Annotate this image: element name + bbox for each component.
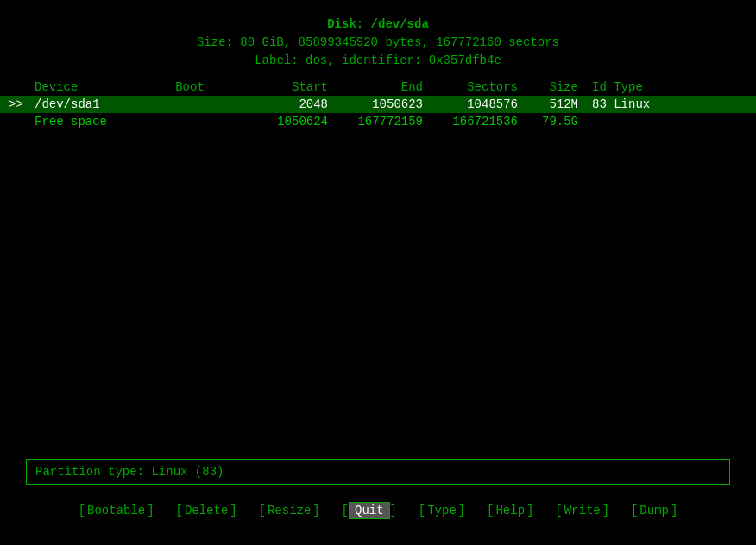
row-end: 167772159 [328, 115, 423, 128]
disk-size-line: Size: 80 GiB, 85899345920 bytes, 1677721… [0, 34, 756, 52]
disk-title: Disk: /dev/sda [0, 16, 756, 34]
btn-bootable[interactable]: [ Bootable ] [79, 504, 154, 517]
col-start-header: Start [233, 80, 328, 94]
btn-resize[interactable]: [ Resize ] [259, 504, 320, 517]
row-end: 1050623 [328, 97, 423, 111]
row-id-type [578, 115, 665, 128]
row-size: 512M [518, 97, 578, 111]
btn-quit[interactable]: [ Quit ] [342, 502, 397, 519]
row-device: Free space [35, 115, 147, 128]
col-device-header: Device [35, 80, 147, 94]
col-sectors-header: Sectors [423, 80, 518, 94]
table-row[interactable]: Free space 1050624 167772159 166721536 7… [0, 113, 756, 130]
table-row[interactable]: >> /dev/sda1 2048 1050623 1048576 512M 8… [0, 96, 756, 113]
row-sectors: 1048576 [423, 97, 518, 111]
row-arrow [9, 115, 35, 128]
row-arrow: >> [9, 97, 35, 111]
table-section: Device Boot Start End Sectors Size Id Ty… [0, 78, 756, 130]
col-arrow-header [9, 80, 35, 94]
row-boot [147, 115, 233, 128]
main-container: Disk: /dev/sda Size: 80 GiB, 85899345920… [0, 0, 756, 545]
row-device: /dev/sda1 [35, 97, 147, 111]
table-header: Device Boot Start End Sectors Size Id Ty… [0, 78, 756, 96]
status-bar: Partition type: Linux (83) [26, 459, 730, 485]
btn-dump[interactable]: [ Dump ] [631, 504, 677, 517]
header-section: Disk: /dev/sda Size: 80 GiB, 85899345920… [0, 0, 756, 70]
btn-delete[interactable]: [ Delete ] [175, 504, 236, 517]
btn-type[interactable]: [ Type ] [419, 504, 465, 517]
row-boot [147, 97, 233, 111]
row-start: 1050624 [233, 115, 328, 128]
col-end-header: End [328, 80, 423, 94]
btn-write[interactable]: [ Write ] [555, 504, 609, 517]
row-sectors: 166721536 [423, 115, 518, 128]
button-bar: [ Bootable ] [ Delete ] [ Resize ] [ Qui… [0, 502, 756, 519]
row-start: 2048 [233, 97, 328, 111]
col-boot-header: Boot [147, 80, 233, 94]
disk-label-line: Label: dos, identifier: 0x357dfb4e [0, 52, 756, 70]
col-size-header: Size [518, 80, 578, 94]
row-id-type: 83 Linux [578, 97, 665, 111]
btn-help[interactable]: [ Help ] [487, 504, 533, 517]
col-id-type-header: Id Type [578, 80, 665, 94]
row-size: 79.5G [518, 115, 578, 128]
status-text: Partition type: Linux (83) [35, 465, 224, 479]
